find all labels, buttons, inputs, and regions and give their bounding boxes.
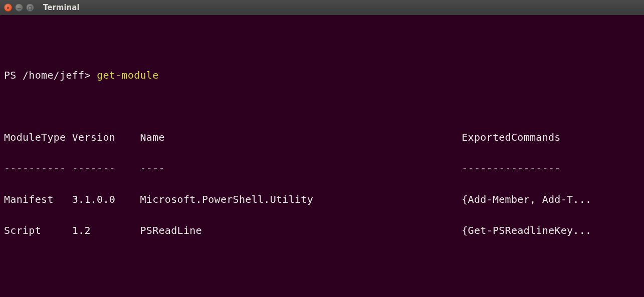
minimize-icon[interactable]: –	[15, 4, 23, 12]
blank-line	[4, 99, 640, 114]
command-text: get-module	[97, 69, 158, 81]
blank-line	[4, 37, 640, 52]
blank-line	[4, 285, 640, 297]
blank-line	[4, 254, 640, 269]
terminal-output[interactable]: PS /home/jeff> get-module ModuleType Ver…	[0, 15, 644, 297]
window-title: Terminal	[43, 3, 80, 12]
table-header: ModuleType Version Name ExportedCommands	[4, 130, 640, 145]
maximize-icon[interactable]: □	[26, 4, 34, 12]
prompt-line-1: PS /home/jeff> get-module	[4, 68, 640, 83]
window-titlebar: × – □ Terminal	[0, 0, 644, 15]
table-row: Script 1.2 PSReadLine {Get-PSReadlineKey…	[4, 223, 640, 238]
table-row: Manifest 3.1.0.0 Microsoft.PowerShell.Ut…	[4, 192, 640, 207]
close-icon[interactable]: ×	[4, 4, 12, 12]
prompt-text: PS /home/jeff>	[4, 69, 97, 81]
table-divider: ---------- ------- ---- ----------------	[4, 161, 640, 176]
